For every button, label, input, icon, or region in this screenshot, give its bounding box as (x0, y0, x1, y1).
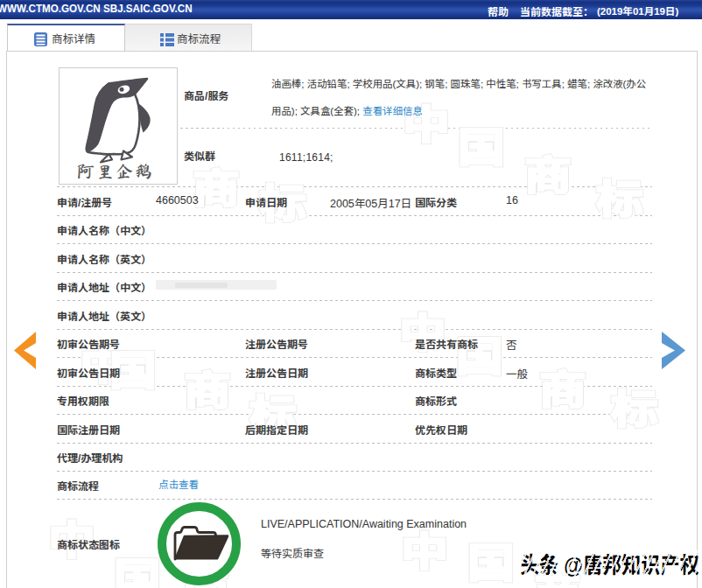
svg-text:阿里企鹅: 阿里企鹅 (77, 162, 154, 179)
